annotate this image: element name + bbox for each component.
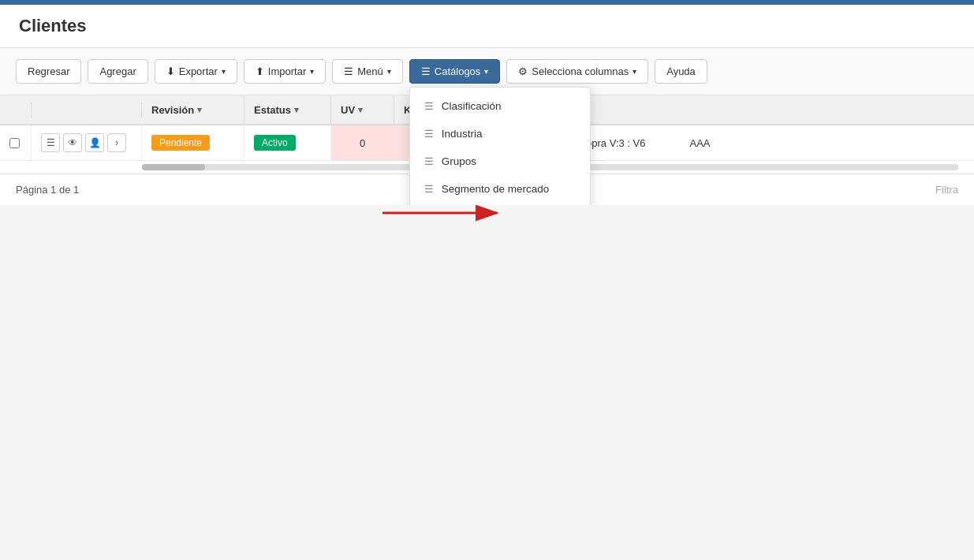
th-revision[interactable]: Revisión ▾ <box>142 96 244 124</box>
menu-label: Menú <box>357 65 383 77</box>
menu-item-grupos[interactable]: Grupos <box>410 147 590 175</box>
th-estatus-sort-icon: ▾ <box>294 105 299 115</box>
menu-button[interactable]: ☰ Menú ▾ <box>332 59 403 84</box>
catalogos-button[interactable]: ☰ Catálogos ▾ <box>409 59 501 84</box>
uv-value: 0 <box>360 137 365 149</box>
menu-item-vendedores[interactable]: Vendedores <box>410 203 590 205</box>
page-title: Clientes <box>19 16 87 35</box>
catalogos-label: Catálogos <box>435 65 481 77</box>
grupos-label: Grupos <box>442 155 476 167</box>
download-icon: ⬇ <box>166 65 175 77</box>
th-actions <box>32 102 142 118</box>
catalogos-chevron-icon: ▾ <box>484 67 488 76</box>
catalogos-dropdown-menu: Clasificación Industria Grupos Segmento … <box>409 87 591 205</box>
segmento-lines-icon <box>424 183 434 195</box>
td-uv: 0 <box>331 125 394 160</box>
clasificacion-label: Clasificación <box>442 100 502 112</box>
td-revision: Pendiente <box>142 125 244 160</box>
segmento-label: Segmento de mercado <box>442 183 550 195</box>
industria-lines-icon <box>424 128 434 140</box>
menu-item-segmento[interactable]: Segmento de mercado <box>410 175 590 203</box>
selecciona-columnas-chevron-icon: ▾ <box>633 67 636 76</box>
regresar-label: Regresar <box>28 65 69 77</box>
page-title-bar: Clientes <box>0 5 974 48</box>
td-actions: ☰ 👁 👤 › <box>32 125 142 160</box>
importar-label: Importar <box>268 65 306 77</box>
agregar-button[interactable]: Agregar <box>88 59 147 84</box>
industria-label: Industria <box>442 128 483 140</box>
exportar-chevron-icon: ▾ <box>222 67 226 76</box>
selecciona-columnas-button[interactable]: ⚙ Selecciona columnas ▾ <box>506 59 648 84</box>
nombre2-value: AAA <box>689 137 710 149</box>
grupos-lines-icon <box>424 155 434 167</box>
ayuda-button[interactable]: Ayuda <box>655 59 707 84</box>
badge-pendiente: Pendiente <box>151 135 210 151</box>
td-estatus: Activo <box>244 125 331 160</box>
agregar-label: Agregar <box>99 65 136 77</box>
badge-activo: Activo <box>254 135 296 151</box>
scrollbar-thumb[interactable] <box>142 164 205 170</box>
action-person-icon[interactable]: 👤 <box>85 133 104 152</box>
th-estatus[interactable]: Estatus ▾ <box>244 96 331 124</box>
th-revision-label: Revisión <box>151 104 194 116</box>
exportar-button[interactable]: ⬇ Exportar ▾ <box>155 59 237 84</box>
selecciona-columnas-label: Selecciona columnas <box>532 65 629 77</box>
importar-button[interactable]: ⬆ Importar ▾ <box>244 59 326 84</box>
menu-lines-icon: ☰ <box>344 65 353 77</box>
menu-item-clasificacion[interactable]: Clasificación <box>410 92 590 120</box>
action-arrow-icon[interactable]: › <box>107 133 126 152</box>
action-list-icon[interactable]: ☰ <box>41 133 60 152</box>
gear-icon: ⚙ <box>518 65 528 77</box>
regresar-button[interactable]: Regresar <box>16 59 81 84</box>
upload-icon: ⬆ <box>256 65 264 77</box>
th-uv[interactable]: UV ▾ <box>331 96 394 124</box>
row-checkbox[interactable] <box>9 138 20 148</box>
clasificacion-lines-icon <box>424 100 434 112</box>
th-revision-sort-icon: ▾ <box>197 105 202 115</box>
ayuda-label: Ayuda <box>666 65 696 77</box>
importar-chevron-icon: ▾ <box>310 67 314 76</box>
td-checkbox[interactable] <box>0 125 32 160</box>
menu-item-industria[interactable]: Industria <box>410 120 590 147</box>
th-uv-sort-icon: ▾ <box>358 105 363 115</box>
pagination-text: Página 1 de 1 <box>16 184 79 196</box>
exportar-label: Exportar <box>179 65 218 77</box>
action-eye-icon[interactable]: 👁 <box>63 133 82 152</box>
th-uv-label: UV <box>341 104 355 116</box>
toolbar: Regresar Agregar ⬇ Exportar ▾ ⬆ Importar… <box>0 48 974 95</box>
th-checkbox <box>0 102 32 118</box>
th-estatus-label: Estatus <box>254 104 291 116</box>
catalogos-lines-icon: ☰ <box>421 65 431 77</box>
filtra-text: Filtra <box>935 184 958 196</box>
menu-chevron-icon: ▾ <box>387 67 391 76</box>
catalogos-dropdown-wrapper: ☰ Catálogos ▾ Clasificación Industria Gr… <box>409 59 501 84</box>
